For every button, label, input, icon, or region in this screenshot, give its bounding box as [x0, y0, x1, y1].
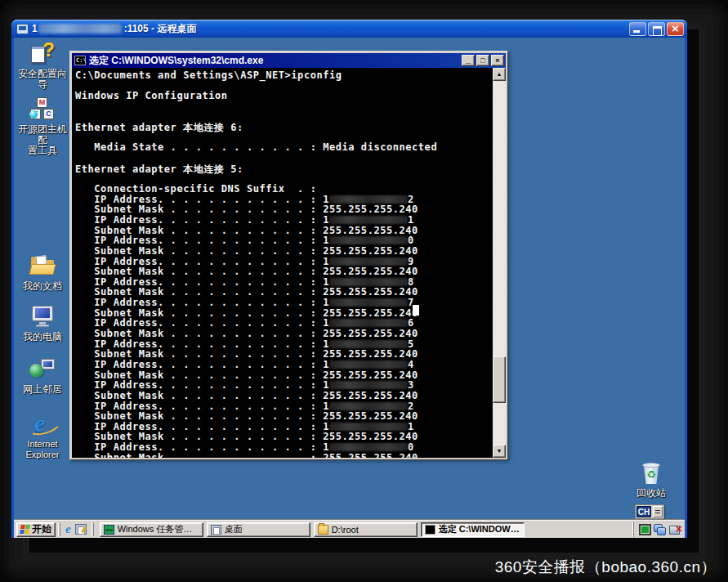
cmd-body: C:\Documents and Settings\ASP_NET>ipconf… [72, 68, 506, 458]
security-wizard-icon [29, 41, 56, 67]
console-line [75, 101, 493, 111]
redacted-ip [329, 216, 408, 224]
cmd-titlebar[interactable]: C:\ 选定 C:\WINDOWS\system32\cmd.exe _ □ × [72, 53, 506, 68]
console-line: Subnet Mask . . . . . . . . . . . : 255.… [75, 369, 493, 380]
redacted-ip [329, 381, 408, 389]
console-line: Ethernet adapter 本地连接 6: [75, 121, 493, 132]
taskbar-grip [92, 523, 94, 536]
folder-icon [318, 525, 328, 535]
taskbar: 开始 e Windows 任务管理器桌面D:\root选定 C:\WINDOWS… [14, 520, 685, 538]
windows-flag-icon [20, 525, 30, 534]
language-indicator[interactable]: CH [636, 506, 651, 517]
taskbar-task-desktop[interactable]: 桌面 [207, 522, 310, 537]
watermark-text: 360安全播报（bobao.360.cn） [495, 557, 717, 578]
system-tray [633, 522, 684, 537]
redacted-ip [329, 443, 408, 451]
quick-launch-ie-icon[interactable]: e [65, 523, 71, 535]
console-line: Subnet Mask . . . . . . . . . . . : 255.… [75, 286, 493, 297]
console-line [75, 80, 493, 91]
green-status-icon[interactable] [639, 524, 651, 535]
console-line: Subnet Mask . . . . . . . . . . . : 255.… [75, 452, 493, 458]
close-button[interactable] [667, 22, 684, 36]
redacted-ip [329, 236, 408, 244]
desktop-icon-my-computer[interactable]: 我的电脑 [16, 304, 69, 342]
desktop-icon-my-documents[interactable]: 我的文档 [16, 253, 69, 292]
desktop-icon-network-places[interactable]: 网上邻居 [16, 356, 69, 395]
console-line: IP Address. . . . . . . . . . . . : 12 [75, 194, 493, 204]
cmd-maximize-button[interactable]: □ [476, 55, 489, 66]
start-button[interactable]: 开始 [16, 522, 56, 537]
cmd-title-text: 选定 C:\WINDOWS\system32\cmd.exe [89, 54, 460, 68]
rdp-titlebar[interactable]: 1 :1105 - 远程桌面 [11, 20, 687, 38]
scroll-down-arrow[interactable]: ▼ [493, 445, 506, 458]
redacted-ip [329, 340, 408, 348]
cmd-icon [425, 525, 435, 535]
console-line: IP Address. . . . . . . . . . . . : 16 [75, 317, 493, 328]
cmd-close-button[interactable]: × [491, 55, 504, 66]
screenshot-frame: 1 :1105 - 远程桌面 安全配置向导 MFC [0, 0, 728, 582]
console-line: Subnet Mask . . . . . . . . . . . : 255.… [75, 204, 493, 214]
rdp-title-text: 1 :1105 - 远程桌面 [32, 22, 629, 36]
cmd-minimize-button[interactable]: _ [462, 55, 475, 66]
recycle-bin-icon: ♻ [637, 460, 665, 486]
console-line: Subnet Mask . . . . . . . . . . . : 255.… [75, 307, 493, 318]
task-buttons: Windows 任务管理器桌面D:\root选定 C:\WINDOWS\sys.… [100, 522, 525, 537]
remote-desktop-window: 1 :1105 - 远程桌面 安全配置向导 MFC [11, 20, 687, 538]
desktop-icon-security-wizard[interactable]: 安全配置向导 [16, 41, 69, 90]
text-cursor [413, 305, 419, 316]
console-line: IP Address. . . . . . . . . . . . : 11 [75, 214, 493, 225]
minimize-button[interactable] [629, 22, 646, 36]
console-line: IP Address. . . . . . . . . . . . : 18 [75, 276, 493, 287]
console-line: Media State . . . . . . . . . . . : Medi… [75, 141, 493, 152]
console-line: IP Address. . . . . . . . . . . . : 19 [75, 256, 493, 266]
console-line [75, 152, 493, 163]
taskbar-task-cmd[interactable]: 选定 C:\WINDOWS\sys... [421, 522, 525, 537]
console-output: C:\Documents and Settings\ASP_NET>ipconf… [72, 69, 493, 458]
console-line: Subnet Mask . . . . . . . . . . . : 255.… [75, 225, 493, 235]
restore-button[interactable] [648, 22, 665, 36]
redacted-ip [329, 195, 408, 204]
redacted-ip [329, 319, 408, 327]
redacted-ip [329, 298, 408, 307]
network-connection-icon[interactable] [654, 524, 666, 535]
console-line: Ethernet adapter 本地连接 5: [75, 163, 493, 173]
console-line [75, 111, 493, 122]
rdp-icon [16, 24, 29, 34]
cmd-window: C:\ 选定 C:\WINDOWS\system32\cmd.exe _ □ ×… [69, 51, 508, 460]
language-options-icon[interactable] [653, 506, 663, 517]
redacted-ip [38, 24, 122, 34]
redacted-ip [329, 257, 408, 266]
console-line: IP Address. . . . . . . . . . . . : 12 [75, 401, 493, 411]
console-line: Windows IP Configuration [75, 90, 493, 101]
scroll-thumb[interactable] [493, 356, 506, 403]
console-line: Connection-specific DNS Suffix . : [75, 183, 493, 194]
console-line: Subnet Mask . . . . . . . . . . . : 255.… [75, 348, 493, 359]
console-scrollbar[interactable]: ▲ ▼ [493, 68, 506, 458]
taskbar-task-taskmgr[interactable]: Windows 任务管理器 [100, 522, 203, 537]
redacted-ip [329, 423, 408, 431]
mfc-tool-icon: MFC [29, 96, 56, 123]
console-line: Subnet Mask . . . . . . . . . . . : 255.… [75, 410, 493, 421]
console-line: Subnet Mask . . . . . . . . . . . : 255.… [75, 431, 493, 441]
internet-explorer-icon: e [29, 411, 56, 437]
desktop-icon-internet-explorer[interactable]: e Internet Explorer [16, 411, 69, 460]
taskmgr-icon [104, 525, 114, 535]
desktop-icon-mfc-config-tool[interactable]: MFC 开源团主机配 置工具 [16, 96, 69, 156]
quick-launch: e [63, 523, 89, 535]
show-desktop-icon[interactable] [75, 524, 87, 535]
my-computer-icon [29, 304, 56, 330]
console-line: IP Address. . . . . . . . . . . . : 13 [75, 379, 493, 390]
language-bar[interactable]: CH [635, 504, 664, 519]
console-line: IP Address. . . . . . . . . . . . : 10 [75, 235, 493, 245]
network-places-icon [29, 356, 56, 383]
my-documents-icon [29, 253, 56, 280]
taskbar-task-folder[interactable]: D:\root [314, 522, 418, 537]
console-line: IP Address. . . . . . . . . . . . : 14 [75, 359, 493, 369]
desktop-icon-recycle-bin[interactable]: ♻ 回收站 [625, 460, 677, 499]
scroll-up-arrow[interactable]: ▲ [493, 68, 506, 81]
taskbar-grip [58, 523, 60, 536]
network-disconnected-icon[interactable] [668, 524, 681, 535]
console-line: IP Address. . . . . . . . . . . . : 17 [75, 297, 493, 307]
console-line: Subnet Mask . . . . . . . . . . . : 255.… [75, 266, 493, 276]
console-line: Subnet Mask . . . . . . . . . . . : 255.… [75, 328, 493, 338]
